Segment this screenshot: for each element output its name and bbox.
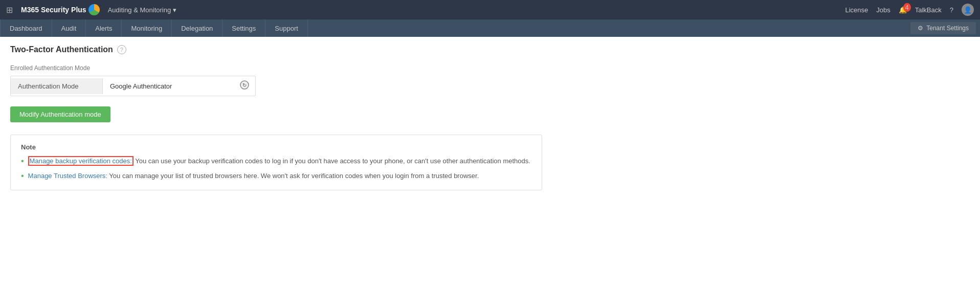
brand-logo — [88, 4, 100, 15]
top-bar: ⊞ M365 Security Plus Auditing & Monitori… — [0, 0, 980, 19]
note-header: Note — [21, 143, 531, 151]
gear-icon: ⚙ — [918, 25, 923, 32]
bullet-icon-2: • — [21, 171, 24, 182]
dropdown-arrow-icon: ▾ — [173, 6, 176, 14]
auth-mode-key: Authentication Mode — [11, 78, 103, 94]
tab-dashboard[interactable]: Dashboard — [0, 19, 52, 37]
note-item-backup-codes: • Manage backup verification codes: You … — [21, 156, 531, 167]
nav-tabs: Dashboard Audit Alerts Monitoring Delega… — [0, 19, 308, 37]
auth-mode-value: Google Authenticator — [103, 78, 234, 94]
section-label: Enrolled Authentication Mode — [10, 64, 970, 72]
auth-mode-edit-icon[interactable]: ↻ — [234, 76, 255, 96]
user-icon-symbol: 👤 — [964, 6, 972, 14]
note-text-2: Manage Trusted Browsers: You can manage … — [28, 171, 479, 181]
jobs-link[interactable]: Jobs — [876, 6, 890, 14]
note-item-trusted-browsers: • Manage Trusted Browsers: You can manag… — [21, 171, 531, 182]
manage-trusted-browsers-link[interactable]: Manage Trusted Browsers: — [28, 172, 107, 180]
tab-monitoring[interactable]: Monitoring — [122, 19, 172, 37]
manage-backup-codes-link[interactable]: Manage backup verification codes: — [28, 156, 133, 166]
top-bar-left: ⊞ M365 Security Plus Auditing & Monitori… — [6, 4, 176, 15]
tenant-settings-button[interactable]: ⚙ Tenant Settings — [910, 22, 976, 34]
user-avatar[interactable]: 👤 — [962, 4, 974, 16]
notification-badge: 4 — [903, 3, 911, 12]
notification-bell[interactable]: 🔔 4 — [899, 6, 907, 14]
note-text-2-content: You can manage your list of trusted brow… — [109, 172, 479, 180]
page-content: Two-Factor Authentication ? Enrolled Aut… — [0, 37, 980, 306]
note-box: Note • Manage backup verification codes:… — [10, 135, 542, 190]
auditing-monitoring-dropdown[interactable]: Auditing & Monitoring ▾ — [108, 6, 177, 14]
license-link[interactable]: License — [845, 6, 868, 14]
secondary-nav: Dashboard Audit Alerts Monitoring Delega… — [0, 19, 980, 37]
tab-support[interactable]: Support — [265, 19, 308, 37]
brand: M365 Security Plus — [21, 4, 100, 15]
app-grid-icon[interactable]: ⊞ — [6, 5, 13, 15]
page-title-row: Two-Factor Authentication ? — [10, 45, 970, 54]
note-text-1-content: You can use your backup verification cod… — [135, 157, 530, 165]
modify-auth-mode-button[interactable]: Modify Authentication mode — [10, 106, 110, 122]
svg-text:↻: ↻ — [242, 82, 247, 88]
auditing-label: Auditing & Monitoring — [108, 6, 171, 14]
note-text-1: Manage backup verification codes: You ca… — [28, 156, 530, 166]
help-circle-icon[interactable]: ? — [117, 45, 126, 54]
tab-alerts[interactable]: Alerts — [86, 19, 122, 37]
tenant-settings-label: Tenant Settings — [926, 25, 969, 32]
tab-audit[interactable]: Audit — [52, 19, 86, 37]
top-bar-right: License Jobs 🔔 4 TalkBack ? 👤 — [845, 4, 974, 16]
auth-mode-row: Authentication Mode Google Authenticator… — [10, 76, 256, 96]
bullet-icon-1: • — [21, 156, 24, 167]
talkback-link[interactable]: TalkBack — [915, 6, 942, 14]
tab-delegation[interactable]: Delegation — [172, 19, 222, 37]
tab-settings[interactable]: Settings — [222, 19, 265, 37]
brand-text: M365 Security Plus — [21, 6, 86, 14]
page-title: Two-Factor Authentication — [10, 45, 113, 54]
help-link[interactable]: ? — [950, 6, 953, 14]
